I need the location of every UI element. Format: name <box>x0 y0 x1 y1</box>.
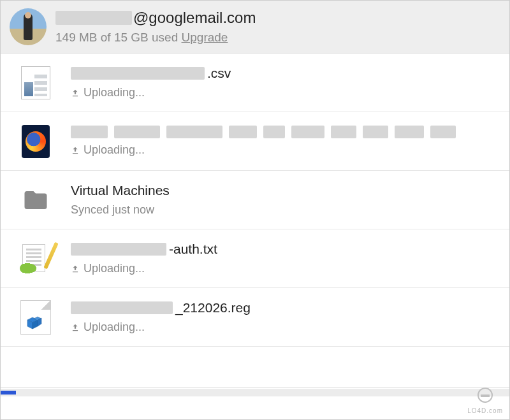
file-status: Uploading... <box>71 321 502 334</box>
file-list: .csv Uploading... <box>1 54 509 347</box>
watermark-icon <box>477 387 493 403</box>
storage-used: 149 MB <box>55 31 97 44</box>
file-status: Synced just now <box>71 203 502 217</box>
file-name: Virtual Machines <box>71 183 502 198</box>
email-domain: @googlemail.com <box>133 9 256 27</box>
redacted-text <box>71 243 166 256</box>
list-item[interactable]: Virtual Machines Synced just now <box>1 171 509 229</box>
redacted-text <box>71 301 173 314</box>
watermark-text: LO4D.com <box>467 407 503 414</box>
file-name-suffix: _212026.reg <box>175 300 251 315</box>
list-item[interactable]: Uploading... <box>1 112 509 171</box>
upload-icon <box>71 146 80 155</box>
redacted-text <box>55 11 132 25</box>
folder-icon <box>18 183 53 217</box>
file-status: Uploading... <box>71 143 502 157</box>
file-name: _212026.reg <box>71 300 502 315</box>
list-item[interactable]: -auth.txt Uploading... <box>1 229 509 288</box>
storage-total: 15 GB <box>114 31 149 44</box>
upload-icon <box>71 264 80 273</box>
upload-icon <box>71 323 80 332</box>
file-name: .csv <box>71 66 502 81</box>
file-name <box>71 126 502 138</box>
account-email: @googlemail.com <box>55 9 256 27</box>
list-item[interactable]: .csv Uploading... <box>1 54 509 112</box>
file-status: Uploading... <box>71 262 502 275</box>
storage-usage: 149 MB of 15 GB used Upgrade <box>55 31 256 45</box>
avatar[interactable] <box>10 8 47 45</box>
redacted-text <box>71 126 456 138</box>
watermark: LO4D.com <box>467 387 503 416</box>
upload-progress-bar <box>1 387 509 396</box>
file-icon-firefox <box>18 124 53 159</box>
file-icon-registry <box>18 300 53 335</box>
upload-icon <box>71 89 80 98</box>
list-item[interactable]: _212026.reg Uploading... <box>1 288 509 347</box>
account-header: @googlemail.com 149 MB of 15 GB used Upg… <box>1 1 509 54</box>
upload-progress-fill <box>1 391 16 395</box>
file-icon-notepadpp <box>18 242 53 276</box>
upgrade-link[interactable]: Upgrade <box>182 31 228 44</box>
file-name-suffix: .csv <box>207 66 231 81</box>
file-name: -auth.txt <box>71 242 502 257</box>
redacted-text <box>71 67 205 80</box>
file-icon-sheet <box>18 66 53 100</box>
file-status: Uploading... <box>71 86 502 99</box>
file-name-suffix: -auth.txt <box>169 242 217 257</box>
